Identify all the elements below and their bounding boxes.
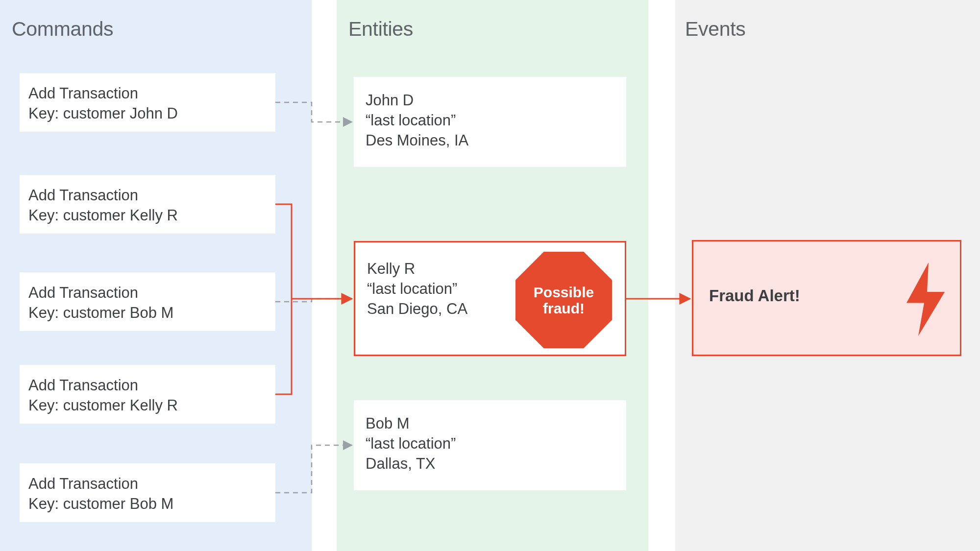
column-title-events: Events [685,18,746,41]
entity-name: John D [366,91,614,111]
command-card: Add Transaction Key: customer Bob M [20,272,275,331]
command-key: Key: customer Bob M [28,303,267,323]
entity-location: Dallas, TX [366,454,614,474]
command-key: Key: customer Kelly R [28,396,267,416]
diagram-stage: Commands Entities Events Add Transaction… [0,0,980,551]
svg-marker-0 [906,263,945,336]
column-gap-2 [648,0,675,551]
fraud-badge-line2: fraud! [543,300,585,316]
command-key: Key: customer Bob M [28,494,267,514]
entity-name: Bob M [366,414,614,434]
command-title: Add Transaction [28,186,267,206]
command-card: Add Transaction Key: customer John D [20,73,275,132]
command-title: Add Transaction [28,283,267,303]
command-title: Add Transaction [28,474,267,494]
column-gap-1 [312,0,337,551]
fraud-badge-line1: Possible [534,284,594,300]
column-title-entities: Entities [348,18,413,41]
entity-location: Des Moines, IA [366,131,614,151]
fraud-badge: Possible fraud! [515,252,612,348]
entity-card: John D “last location” Des Moines, IA [354,77,626,167]
command-card: Add Transaction Key: customer Kelly R [20,365,275,424]
bolt-icon [903,263,948,336]
column-title-commands: Commands [12,18,113,41]
entity-label: “last location” [366,111,614,131]
command-key: Key: customer John D [28,104,267,124]
command-title: Add Transaction [28,84,267,104]
entity-label: “last location” [366,434,614,454]
entity-card: Bob M “last location” Dallas, TX [354,400,626,490]
command-card: Add Transaction Key: customer Kelly R [20,175,275,234]
command-card: Add Transaction Key: customer Bob M [20,463,275,522]
command-title: Add Transaction [28,376,267,396]
command-key: Key: customer Kelly R [28,206,267,226]
